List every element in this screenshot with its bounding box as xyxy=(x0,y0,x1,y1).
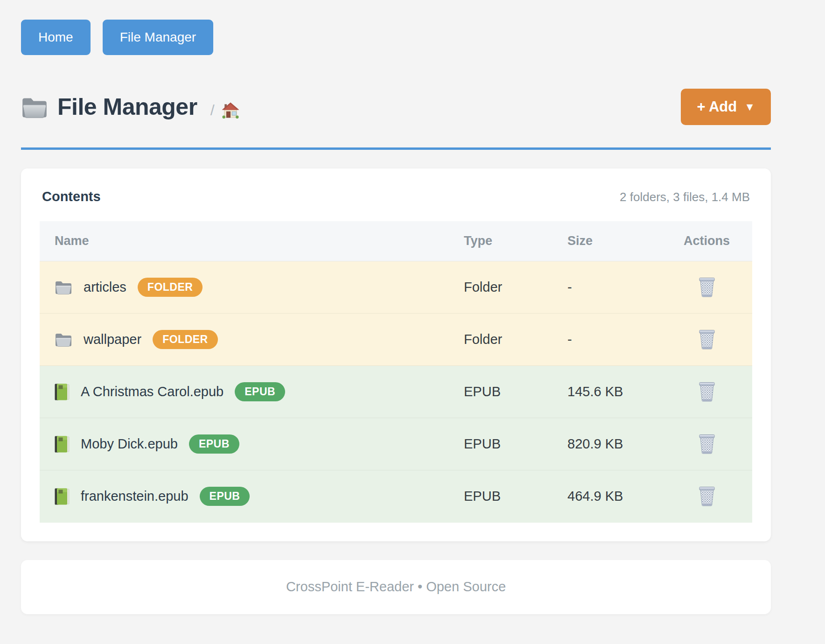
table-row: frankenstein.epub EPUB EPUB 464.9 KB xyxy=(40,470,752,523)
name-cell: articles FOLDER xyxy=(40,261,449,314)
table-row: articles FOLDER Folder - xyxy=(40,261,752,314)
actions-cell xyxy=(661,366,752,418)
name-cell: Moby Dick.epub EPUB xyxy=(40,418,449,470)
file-name[interactable]: A Christmas Carol.epub xyxy=(81,384,224,399)
type-cell: EPUB xyxy=(449,418,552,470)
nav-home-button[interactable]: Home xyxy=(21,20,91,55)
column-header-actions: Actions xyxy=(661,221,752,261)
table-row: Moby Dick.epub EPUB EPUB 820.9 KB xyxy=(40,418,752,470)
actions-cell xyxy=(661,470,752,523)
actions-cell xyxy=(661,261,752,314)
name-cell: wallpaper FOLDER xyxy=(40,314,449,366)
size-cell: 145.6 KB xyxy=(552,366,661,418)
nav-file-manager-button[interactable]: File Manager xyxy=(103,20,213,55)
file-name[interactable]: wallpaper xyxy=(84,332,141,347)
file-table-head: Name Type Size Actions xyxy=(40,221,752,261)
file-name[interactable]: frankenstein.epub xyxy=(81,489,189,504)
delete-button[interactable] xyxy=(696,327,718,351)
breadcrumb-separator: / xyxy=(210,102,215,119)
type-cell: Folder xyxy=(449,261,552,314)
trash-icon xyxy=(698,485,716,506)
column-header-size: Size xyxy=(552,221,661,261)
green-book-icon xyxy=(55,435,70,453)
type-cell: EPUB xyxy=(449,366,552,418)
contents-table-body: articles FOLDER Folder - xyxy=(40,261,752,523)
home-icon[interactable] xyxy=(222,102,239,119)
page-title: File Manager xyxy=(57,93,197,120)
header-divider xyxy=(21,147,771,150)
trash-icon xyxy=(698,276,716,297)
size-cell: - xyxy=(552,261,661,314)
contents-summary: 2 folders, 3 files, 1.4 MB xyxy=(620,190,750,204)
green-book-icon xyxy=(55,488,70,505)
trash-icon xyxy=(698,433,716,454)
top-nav: Home File Manager xyxy=(21,20,771,55)
contents-card: Contents 2 folders, 3 files, 1.4 MB Name… xyxy=(21,168,771,541)
folder-icon xyxy=(21,96,48,118)
add-button-label: + Add xyxy=(697,98,737,115)
folder-icon xyxy=(55,332,72,347)
name-cell: A Christmas Carol.epub EPUB xyxy=(40,366,449,418)
table-row: A Christmas Carol.epub EPUB EPUB 145.6 K… xyxy=(40,366,752,418)
footer: CrossPoint E-Reader • Open Source xyxy=(21,560,771,614)
chevron-down-icon: ▼ xyxy=(744,101,755,113)
table-row: wallpaper FOLDER Folder - xyxy=(40,314,752,366)
file-table: Name Type Size Actions xyxy=(40,221,752,523)
actions-cell xyxy=(661,314,752,366)
type-badge: FOLDER xyxy=(153,330,218,349)
contents-heading: Contents xyxy=(42,189,101,204)
file-name[interactable]: articles xyxy=(84,280,126,295)
breadcrumb: / xyxy=(210,102,239,119)
file-name[interactable]: Moby Dick.epub xyxy=(81,436,178,452)
size-cell: 820.9 KB xyxy=(552,418,661,470)
size-cell: - xyxy=(552,314,661,366)
type-badge: FOLDER xyxy=(138,278,203,297)
trash-icon xyxy=(698,381,716,402)
folder-icon xyxy=(55,280,72,294)
trash-icon xyxy=(698,329,716,350)
type-badge: EPUB xyxy=(189,434,239,454)
green-book-icon xyxy=(55,383,70,401)
add-button[interactable]: + Add ▼ xyxy=(681,89,771,125)
actions-cell xyxy=(661,418,752,470)
delete-button[interactable] xyxy=(696,379,718,404)
page-header: File Manager / + Add ▼ xyxy=(21,89,771,125)
column-header-type: Type xyxy=(449,221,552,261)
contents-card-header: Contents 2 folders, 3 files, 1.4 MB xyxy=(40,189,752,204)
delete-button[interactable] xyxy=(696,274,718,299)
page-container: Home File Manager File Manager / xyxy=(21,0,771,614)
column-header-name: Name xyxy=(40,221,449,261)
type-cell: EPUB xyxy=(449,470,552,523)
delete-button[interactable] xyxy=(696,483,718,508)
footer-text: CrossPoint E-Reader • Open Source xyxy=(286,579,506,595)
type-badge: EPUB xyxy=(200,487,250,506)
type-cell: Folder xyxy=(449,314,552,366)
delete-button[interactable] xyxy=(696,431,718,456)
type-badge: EPUB xyxy=(235,382,285,401)
name-cell: frankenstein.epub EPUB xyxy=(40,470,449,523)
size-cell: 464.9 KB xyxy=(552,470,661,523)
